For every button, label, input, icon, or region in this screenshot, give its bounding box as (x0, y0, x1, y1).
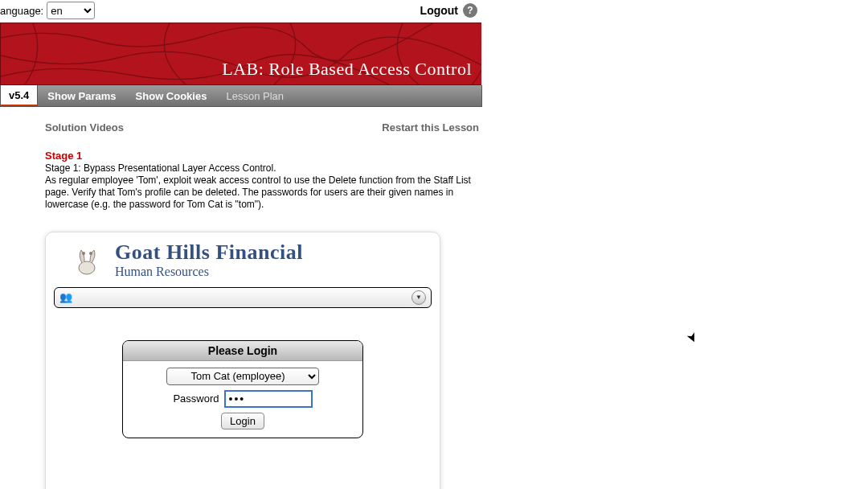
tab-lesson-plan[interactable]: Lesson Plan (216, 85, 293, 106)
login-box: Please Login Tom Cat (employee) Password… (122, 340, 363, 438)
svg-point-1 (79, 261, 95, 274)
tab-version[interactable]: v5.4 (1, 85, 38, 106)
stage-heading: Stage 1: Bypass Presentational Layer Acc… (45, 162, 495, 175)
lesson-title: LAB: Role Based Access Control (222, 59, 472, 80)
tab-show-cookies[interactable]: Show Cookies (126, 85, 217, 106)
stage-label: Stage 1 (45, 150, 481, 162)
svg-point-2 (82, 252, 85, 255)
goat-logo-icon (70, 244, 104, 277)
logout-link[interactable]: Logout (420, 4, 458, 17)
login-title: Please Login (123, 341, 362, 361)
tab-show-params[interactable]: Show Params (38, 85, 125, 106)
people-icon: 👥 (59, 291, 72, 303)
brand-title: Goat Hills Financial (115, 242, 303, 263)
stage-body: As regular employee 'Tom', exploit weak … (45, 175, 495, 211)
brand-subtitle: Human Resources (115, 265, 303, 279)
employee-select[interactable]: Tom Cat (employee) (166, 368, 319, 385)
help-icon[interactable]: ? (463, 3, 477, 18)
password-input[interactable] (224, 390, 313, 408)
language-select[interactable]: en (47, 2, 95, 19)
language-label: anguage: (0, 5, 43, 17)
svg-point-3 (89, 252, 92, 255)
mouse-cursor-icon: ➤ (683, 330, 702, 346)
password-label: Password (173, 392, 219, 405)
top-dropdown[interactable]: 👥 ▼ (54, 287, 432, 308)
restart-lesson-link[interactable]: Restart this Lesson (382, 121, 479, 134)
tab-bar: v5.4 Show Params Show Cookies Lesson Pla… (0, 85, 482, 107)
lesson-banner: LAB: Role Based Access Control (0, 23, 481, 85)
hr-card: Goat Hills Financial Human Resources 👥 ▼… (45, 232, 440, 489)
chevron-down-icon: ▼ (411, 290, 426, 305)
solution-videos-link[interactable]: Solution Videos (45, 121, 124, 134)
login-button[interactable]: Login (221, 413, 264, 429)
